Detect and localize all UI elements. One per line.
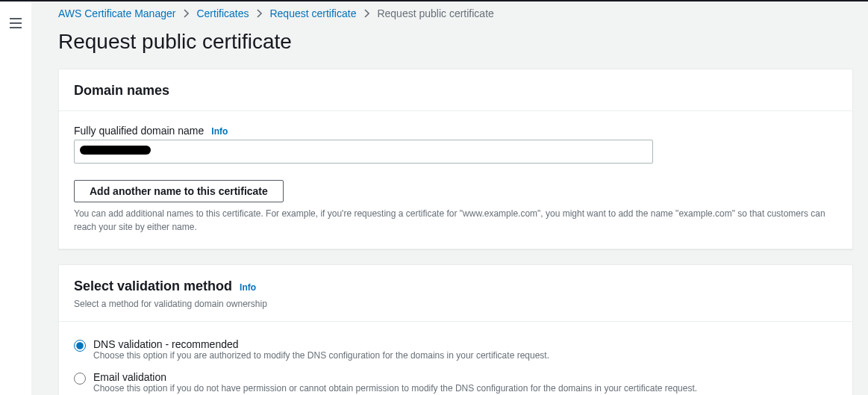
radio-email-desc: Choose this option if you do not have pe… [93, 383, 697, 394]
radio-email-title: Email validation [93, 371, 697, 383]
crumb-current: Request public certificate [377, 7, 493, 19]
crumb-acm[interactable]: AWS Certificate Manager [58, 7, 175, 19]
validation-panel: Select validation method Info Select a m… [58, 264, 853, 395]
crumb-request-cert[interactable]: Request certificate [269, 7, 356, 19]
validation-subtitle: Select a method for validating domain ow… [74, 299, 267, 309]
fqdn-info-link[interactable]: Info [211, 126, 228, 137]
breadcrumb: AWS Certificate Manager Certificates Req… [58, 1, 868, 19]
fqdn-input[interactable] [74, 140, 653, 164]
menu-toggle-icon[interactable] [10, 18, 22, 395]
radio-dns-title: DNS validation - recommended [93, 338, 549, 350]
add-name-button[interactable]: Add another name to this certificate [74, 180, 284, 202]
radio-dns-input[interactable] [74, 340, 86, 352]
add-name-helper: You can add additional names to this cer… [74, 207, 837, 234]
page-title: Request public certificate [58, 30, 868, 54]
validation-panel-title: Select validation method [74, 279, 232, 294]
validation-info-link[interactable]: Info [240, 282, 256, 293]
radio-email-input[interactable] [74, 373, 86, 385]
radio-email-validation[interactable]: Email validation Choose this option if y… [74, 371, 837, 394]
fqdn-label: Fully qualified domain name [74, 125, 204, 137]
radio-dns-validation[interactable]: DNS validation - recommended Choose this… [74, 338, 837, 361]
radio-dns-desc: Choose this option if you are authorized… [93, 350, 549, 361]
domain-names-panel: Domain names Fully qualified domain name… [58, 69, 853, 249]
crumb-certificates[interactable]: Certificates [196, 7, 249, 19]
chevron-right-icon [363, 9, 369, 18]
domain-panel-title: Domain names [74, 83, 169, 99]
chevron-right-icon [183, 9, 189, 18]
chevron-right-icon [256, 9, 262, 18]
